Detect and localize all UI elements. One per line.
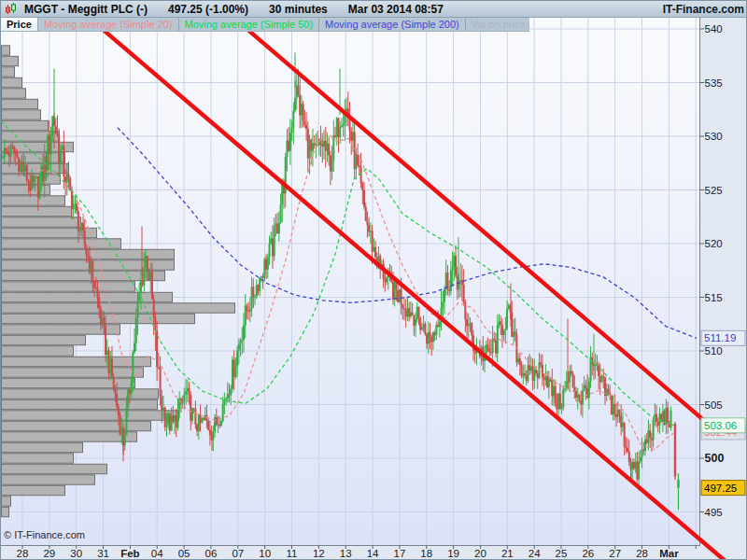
x-tick-label: 06 xyxy=(205,548,218,559)
trading-app-window: 54053553052552051551050550049528293031Fe… xyxy=(0,0,747,560)
x-tick-label: 31 xyxy=(97,548,109,559)
volume-profile-bar xyxy=(2,271,165,280)
x-tick-label: 21 xyxy=(501,548,514,559)
x-tick-label: 30 xyxy=(70,548,82,559)
y-tick-label: 505 xyxy=(705,399,723,411)
price-tag-503.06: 503.06 xyxy=(701,418,745,433)
volume-profile-bar xyxy=(2,77,22,87)
volume-profile-bar xyxy=(2,282,135,291)
svg-text:503.06: 503.06 xyxy=(704,420,737,431)
volume-profile-bar xyxy=(2,67,15,77)
y-tick-label: 535 xyxy=(705,77,723,89)
x-tick-label: 07 xyxy=(232,548,244,559)
y-axis-labels: 540535530525520515510505500495 xyxy=(705,23,725,518)
volume-profile-bar xyxy=(2,46,10,55)
instrument-title: MGGT - Meggitt PLC (-) xyxy=(24,3,148,16)
volume-profile-bar xyxy=(2,185,50,194)
x-axis-labels: 28293031Feb04050607101112131417181920212… xyxy=(17,548,680,559)
volume-profile-bar xyxy=(2,110,41,119)
y-tick-label: 495 xyxy=(705,507,723,518)
x-tick-label: 20 xyxy=(474,548,486,559)
x-tick-label: 05 xyxy=(178,548,190,559)
volume-profile-bar xyxy=(2,432,137,441)
volume-profile-bar xyxy=(2,303,235,313)
legend-item-ma20[interactable]: Moving average (Simple 20) xyxy=(38,18,179,32)
legend-item-vol-on-price[interactable]: Vol on price (50 1 xyxy=(466,18,529,32)
datetime-label: Mar 03 2014 08:57 xyxy=(348,3,444,16)
volume-profile-bar xyxy=(2,399,158,409)
volume-profile-bar xyxy=(2,99,38,108)
volume-profile-bar xyxy=(2,120,49,130)
volume-profile-bar xyxy=(2,485,65,495)
volume-profile-bar xyxy=(2,196,65,205)
x-tick-label: Feb xyxy=(120,548,139,559)
x-tick-label: 28 xyxy=(17,548,29,559)
volume-profile-bar xyxy=(2,421,151,430)
x-tick-label: 27 xyxy=(609,548,621,559)
volume-profile-bar xyxy=(2,206,72,216)
x-tick-label: 29 xyxy=(43,548,55,559)
volume-profile-bar xyxy=(2,56,19,65)
volume-profile-bar xyxy=(2,389,159,399)
copyright-watermark: © IT-Finance.com xyxy=(4,529,85,540)
legend-item-ma50[interactable]: Moving average (Simple 50) xyxy=(179,18,320,32)
candlestick-logo-icon xyxy=(5,3,18,15)
legend-item-price[interactable]: Price xyxy=(1,18,38,32)
x-tick-label: 18 xyxy=(420,548,432,559)
volume-profile-bar xyxy=(2,217,81,227)
y-tick-label: 510 xyxy=(705,345,723,357)
y-tick-label: 525 xyxy=(705,185,723,196)
x-tick-label: 10 xyxy=(259,548,271,559)
y-tick-label: 500 xyxy=(705,452,725,465)
x-tick-label: 11 xyxy=(287,548,298,559)
x-tick-label: 04 xyxy=(151,548,163,559)
x-tick-label: 12 xyxy=(313,548,325,559)
volume-profile-bar xyxy=(2,454,74,463)
x-tick-label: 14 xyxy=(367,548,379,559)
price-tag-497.25: 497.25 xyxy=(701,481,745,496)
brand-link[interactable]: IT-Finance.com xyxy=(663,3,744,16)
svg-text:497.25: 497.25 xyxy=(704,483,737,494)
volume-profile-bar xyxy=(2,292,173,301)
x-tick-label: 19 xyxy=(447,548,459,559)
y-tick-label: 515 xyxy=(705,292,723,303)
last-quote: 497.25 (-1.00%) xyxy=(168,3,248,16)
volume-profile-bar xyxy=(2,507,9,516)
svg-text:511.19: 511.19 xyxy=(704,332,736,343)
price-chart-canvas: 54053553052552051551050550049528293031Fe… xyxy=(1,1,747,560)
y-tick-label: 520 xyxy=(705,238,723,249)
x-tick-label: 26 xyxy=(582,548,594,559)
y-tick-label: 540 xyxy=(705,23,723,35)
volume-profile-bar xyxy=(2,89,26,98)
volume-profile-bar xyxy=(2,442,83,452)
volume-profile-bar xyxy=(2,464,107,473)
volume-profile-bar xyxy=(2,497,11,506)
volume-profile-bar xyxy=(2,411,179,420)
volume-profile-bar xyxy=(2,335,86,344)
price-tag-511.19: 511.19 xyxy=(701,330,745,345)
interval-label[interactable]: 30 minutes xyxy=(269,3,328,16)
volume-profile-bar xyxy=(2,475,95,484)
y-tick-label: 530 xyxy=(705,131,723,142)
volume-profile-bar xyxy=(2,239,121,248)
volume-profile-bar xyxy=(2,368,144,377)
x-tick-label: 13 xyxy=(340,548,352,559)
x-tick-label: Mar xyxy=(659,548,679,559)
title-bar: MGGT - Meggitt PLC (-) 497.25 (-1.00%) 3… xyxy=(1,1,747,18)
legend-strip: Price Moving average (Simple 20) Moving … xyxy=(1,18,529,32)
x-tick-label: 17 xyxy=(394,548,406,559)
legend-item-ma200[interactable]: Moving average (Simple 200) xyxy=(319,18,466,32)
x-tick-label: 24 xyxy=(529,548,541,559)
volume-profile-bar xyxy=(2,346,74,356)
x-tick-label: 25 xyxy=(556,548,568,559)
volume-profile-bar xyxy=(2,314,195,323)
x-tick-label: 28 xyxy=(636,548,648,559)
